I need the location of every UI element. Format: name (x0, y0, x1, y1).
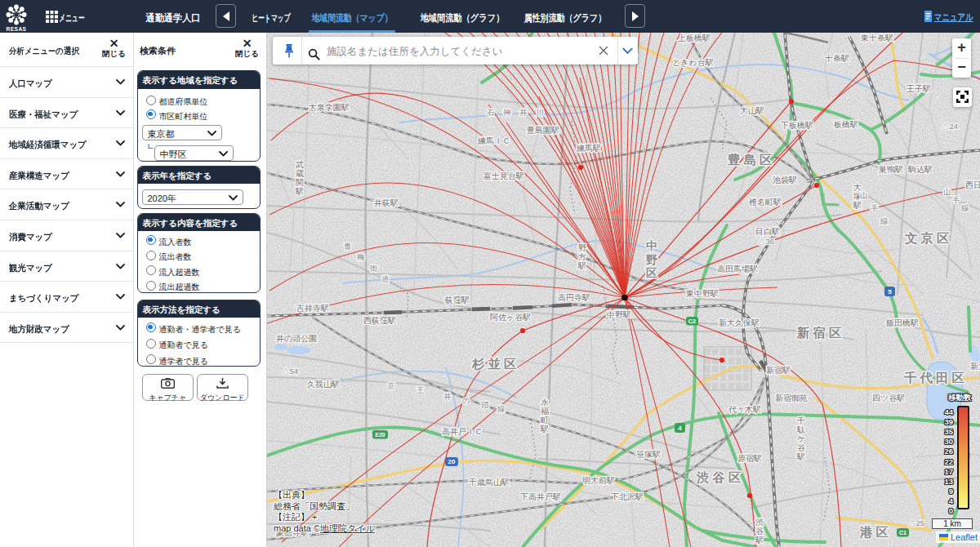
svg-text:井: 井 (443, 392, 452, 401)
svg-text:西日暮里: 西日暮里 (965, 180, 980, 189)
svg-text:練馬ＩＣ: 練馬ＩＣ (477, 136, 510, 145)
svg-text:高井戸ＩＣ: 高井戸ＩＣ (442, 427, 483, 436)
svg-text:駅: 駅 (540, 425, 549, 434)
svg-text:千代田区: 千代田区 (903, 371, 968, 385)
svg-text:大山駅: 大山駅 (740, 106, 764, 115)
svg-text:手: 手 (952, 195, 960, 204)
svg-text:駅: 駅 (853, 201, 862, 210)
svg-text:町: 町 (541, 416, 549, 425)
svg-text:明大前駅: 明大前駅 (582, 476, 615, 485)
svg-text:高田馬場駅: 高田馬場駅 (717, 265, 758, 274)
svg-text:谷: 谷 (755, 527, 764, 536)
svg-text:久我山駅: 久我山駅 (307, 380, 340, 389)
svg-text:方: 方 (578, 252, 586, 261)
svg-text:青: 青 (344, 242, 352, 251)
svg-text:井荻駅: 井荻駅 (374, 198, 399, 207)
svg-text:目白駅: 目白駅 (755, 227, 780, 236)
svg-text:豊島区: 豊島区 (727, 153, 776, 167)
svg-text:千: 千 (796, 416, 805, 425)
svg-text:王: 王 (416, 385, 425, 394)
svg-text:十条駅: 十条駅 (824, 54, 849, 63)
svg-text:石: 石 (487, 108, 495, 117)
svg-text:神: 神 (503, 108, 511, 117)
svg-text:谷: 谷 (797, 443, 805, 452)
svg-text:荻窪駅: 荻窪駅 (444, 296, 470, 305)
svg-text:東十条駅: 東十条駅 (860, 33, 893, 42)
svg-text:杉並区: 杉並区 (471, 357, 520, 371)
svg-text:新大: 新大 (970, 362, 980, 371)
svg-text:井の頭公園: 井の頭公園 (276, 334, 317, 343)
svg-text:渋谷区: 渋谷区 (696, 470, 745, 484)
svg-text:渋: 渋 (755, 518, 764, 527)
svg-text:駅: 駅 (796, 452, 805, 461)
svg-text:駅: 駅 (755, 536, 764, 545)
svg-text:RESAS: RESAS (7, 26, 27, 32)
svg-text:新宿区: 新宿区 (796, 326, 845, 340)
svg-text:椎名町駅: 椎名町駅 (749, 198, 782, 207)
svg-text:原宿駅: 原宿駅 (737, 454, 762, 463)
svg-text:C1: C1 (899, 529, 907, 536)
svg-text:笹塚駅: 笹塚駅 (636, 450, 661, 459)
svg-text:新宿御苑: 新宿御苑 (775, 394, 808, 402)
svg-text:新大久保駅: 新大久保駅 (719, 318, 760, 327)
svg-text:文京区: 文京区 (904, 231, 953, 245)
svg-text:線: 線 (497, 404, 506, 413)
svg-text:関: 関 (296, 178, 304, 187)
svg-text:△25: △25 (908, 518, 924, 527)
svg-text:下板橋駅: 下板橋駅 (781, 121, 813, 130)
svg-text:E20: E20 (375, 432, 385, 438)
svg-text:武: 武 (296, 160, 304, 169)
svg-text:下北沢駅: 下北沢駅 (611, 492, 644, 501)
svg-text:5: 5 (888, 288, 892, 296)
svg-text:△36: △36 (758, 237, 774, 246)
svg-text:大泉学園駅: 大泉学園駅 (309, 103, 350, 112)
svg-text:西荻窪駅: 西荻窪駅 (363, 316, 396, 325)
svg-text:板橋駅: 板橋駅 (833, 120, 858, 129)
svg-text:区: 区 (646, 266, 657, 279)
svg-text:中野駅: 中野駅 (607, 310, 631, 319)
svg-text:川: 川 (536, 108, 544, 117)
svg-text:4: 4 (678, 425, 682, 432)
svg-text:池袋駅: 池袋駅 (773, 176, 797, 185)
svg-text:線: 線 (960, 203, 969, 212)
svg-text:△24: △24 (942, 122, 958, 131)
svg-text:線: 線 (880, 216, 889, 225)
svg-text:街: 街 (370, 264, 378, 273)
svg-text:豊島園駅: 豊島園駅 (527, 126, 559, 135)
svg-text:飯田橋駅: 飯田橋駅 (886, 318, 919, 327)
svg-text:ときわ台駅: ときわ台駅 (672, 58, 714, 67)
svg-text:蔵: 蔵 (296, 169, 304, 178)
svg-text:C2: C2 (688, 318, 697, 325)
svg-text:駅: 駅 (577, 261, 586, 270)
svg-text:中: 中 (646, 239, 657, 252)
svg-text:千歳烏山駅: 千歳烏山駅 (468, 478, 510, 487)
svg-text:上板橋駅: 上板橋駅 (677, 33, 710, 42)
svg-text:京: 京 (387, 381, 395, 390)
svg-text:の: の (462, 396, 470, 405)
svg-text:駅: 駅 (295, 187, 304, 196)
svg-text:△54: △54 (282, 367, 298, 376)
svg-text:20: 20 (448, 458, 456, 465)
svg-text:代々木駅: 代々木駅 (728, 405, 761, 414)
svg-text:下高井戸駅: 下高井戸駅 (520, 492, 561, 501)
svg-text:野: 野 (646, 253, 657, 266)
svg-text:ケ: ケ (797, 434, 805, 443)
svg-text:野: 野 (578, 243, 586, 252)
svg-text:福: 福 (541, 407, 549, 416)
svg-text:港区: 港区 (859, 525, 892, 539)
svg-text:頭: 頭 (481, 400, 489, 409)
svg-text:梅: 梅 (357, 252, 365, 261)
svg-text:駄: 駄 (796, 425, 805, 434)
svg-text:駒込駅: 駒込駅 (907, 165, 933, 174)
svg-text:練馬駅: 練馬駅 (576, 144, 601, 153)
svg-text:手: 手 (871, 203, 879, 212)
svg-text:新宿駅: 新宿駅 (766, 366, 791, 375)
svg-text:井: 井 (519, 108, 528, 117)
svg-text:高円寺駅: 高円寺駅 (558, 293, 590, 302)
svg-text:巣鴨駅: 巣鴨駅 (879, 165, 903, 174)
svg-text:道: 道 (381, 274, 390, 283)
svg-text:山: 山 (860, 190, 868, 199)
svg-text:吉祥寺駅: 吉祥寺駅 (296, 304, 329, 313)
svg-text:永: 永 (541, 398, 549, 407)
svg-text:東中野駅: 東中野駅 (685, 289, 719, 298)
